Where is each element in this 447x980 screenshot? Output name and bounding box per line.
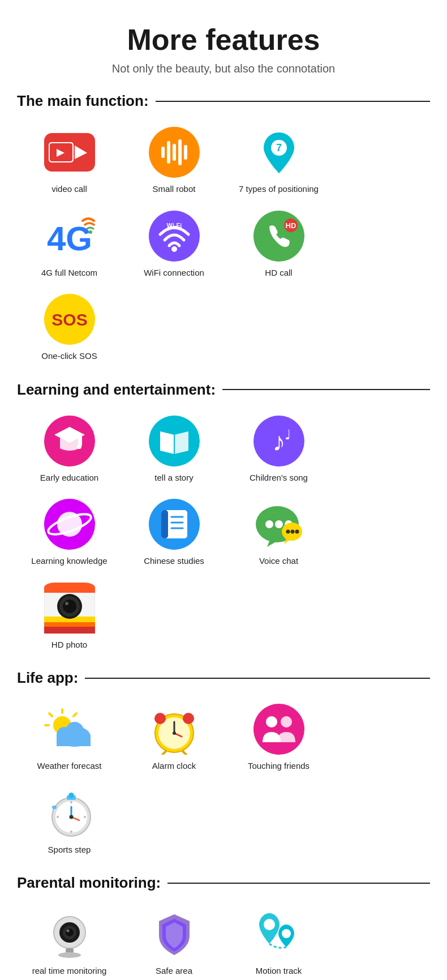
icon-item-touching-friends: Touching friends: [226, 697, 331, 781]
icon-item-hd-photo: HD photo: [17, 576, 122, 660]
section-header-main-function: The main function:: [17, 92, 430, 110]
icon-item-motion-track: Motion track: [226, 902, 331, 980]
svg-point-103: [58, 952, 81, 958]
learning-knowledge-icon: [44, 499, 95, 550]
svg-point-14: [89, 230, 92, 234]
childrens-song-label: Children's song: [250, 472, 308, 483]
section-divider-2: [222, 389, 430, 390]
main-function-grid: video call Small robot: [17, 120, 430, 371]
svg-text:HD: HD: [285, 221, 296, 230]
wifi-icon: Wi-Fi: [149, 211, 200, 262]
small-robot-icon: [149, 127, 200, 178]
learning-knowledge-label: Learning knowledge: [31, 555, 107, 567]
svg-point-82: [253, 704, 304, 755]
svg-rect-72: [57, 739, 91, 746]
svg-point-59: [65, 602, 68, 605]
svg-rect-7: [167, 141, 170, 164]
hd-call-icon: HD: [253, 211, 304, 262]
alarm-clock-icon: [149, 704, 200, 755]
svg-text:Wi-Fi: Wi-Fi: [166, 222, 182, 229]
icon-item-real-time-monitoring: real time monitoring: [17, 902, 122, 980]
svg-point-51: [295, 530, 299, 534]
section-divider: [156, 101, 430, 102]
chinese-studies-label: Chinese studies: [144, 555, 204, 567]
svg-point-90: [70, 801, 72, 803]
positioning-icon: 7: [253, 127, 304, 178]
svg-point-44: [265, 520, 273, 528]
positioning-label: 7 types of positioning: [239, 183, 319, 195]
section-header-parental: Parental monitoring:: [17, 874, 430, 892]
svg-point-45: [275, 520, 283, 528]
icon-item-chinese-studies: Chinese studies: [122, 492, 226, 576]
svg-point-88: [68, 793, 74, 798]
section-header-learning: Learning and entertainment:: [17, 381, 430, 399]
svg-point-100: [66, 928, 74, 936]
svg-point-81: [173, 731, 176, 735]
svg-point-84: [281, 716, 292, 727]
wifi-label: WiFi connection: [144, 267, 204, 279]
svg-point-105: [282, 929, 291, 938]
real-time-monitoring-icon: [44, 909, 95, 960]
section-divider-4: [167, 883, 430, 884]
svg-point-92: [70, 831, 72, 833]
icon-item-safe-area: Safe area: [122, 902, 226, 980]
svg-point-76: [183, 713, 194, 724]
small-robot-label: Small robot: [153, 183, 196, 195]
section-title-main-function: The main function:: [17, 92, 149, 110]
icon-item-4g: 4G 4G full Netcom: [17, 204, 122, 288]
svg-point-104: [264, 919, 275, 930]
icon-item-weather-forecast: Weather forecast: [17, 697, 122, 781]
svg-text:♪: ♪: [272, 427, 285, 456]
svg-text:7: 7: [276, 142, 281, 153]
early-education-icon: [44, 416, 95, 467]
hd-photo-icon: [44, 583, 95, 634]
icon-item-hd-call: HD HD call: [226, 204, 331, 288]
svg-point-101: [66, 930, 69, 932]
safe-area-icon: [149, 909, 200, 960]
early-education-label: Early education: [40, 472, 98, 483]
svg-point-49: [286, 530, 290, 534]
hd-photo-label: HD photo: [51, 639, 87, 651]
icon-item-small-robot: Small robot: [122, 120, 226, 204]
svg-rect-89: [52, 806, 57, 809]
svg-rect-10: [184, 145, 187, 160]
svg-point-83: [266, 716, 277, 727]
icon-item-learning-knowledge: Learning knowledge: [17, 492, 122, 576]
svg-line-66: [49, 713, 52, 716]
icon-item-early-education: Early education: [17, 409, 122, 493]
section-title-life-app: Life app:: [17, 669, 78, 687]
parental-grid: real time monitoring Safe area: [17, 902, 430, 980]
hd-call-label: HD call: [265, 267, 292, 279]
svg-point-18: [253, 211, 304, 262]
video-call-icon: [44, 127, 95, 178]
svg-point-91: [84, 816, 86, 818]
icon-item-alarm-clock: Alarm clock: [122, 697, 226, 781]
weather-forecast-label: Weather forecast: [37, 760, 102, 772]
svg-point-16: [171, 246, 177, 252]
svg-point-93: [57, 816, 59, 818]
sos-icon: SOS: [44, 294, 95, 345]
sos-label: One-click SOS: [41, 350, 97, 362]
svg-point-75: [154, 713, 166, 724]
svg-text:♩: ♩: [284, 427, 290, 442]
video-call-label: video call: [51, 183, 87, 195]
tell-story-label: tell a story: [154, 472, 193, 483]
real-time-monitoring-label: real time monitoring: [32, 965, 107, 977]
motion-track-label: Motion track: [256, 965, 302, 977]
icon-item-sports-step: Sports step: [17, 781, 122, 865]
svg-rect-62: [44, 588, 95, 593]
svg-line-77: [162, 751, 166, 755]
svg-point-96: [69, 815, 73, 819]
svg-rect-102: [66, 948, 74, 953]
svg-rect-8: [173, 144, 176, 161]
svg-line-65: [74, 713, 76, 716]
life-app-grid: Weather forecast: [17, 697, 430, 864]
4g-icon: 4G: [44, 211, 95, 262]
childrens-song-icon: ♪ ♩: [253, 416, 304, 467]
touching-friends-label: Touching friends: [248, 760, 310, 772]
learning-grid: Early education tell a story: [17, 409, 430, 660]
icon-item-childrens-song: ♪ ♩ Children's song: [226, 409, 331, 493]
sports-step-label: Sports step: [48, 844, 91, 855]
voice-chat-icon: [253, 499, 304, 550]
icon-item-video-call: video call: [17, 120, 122, 204]
